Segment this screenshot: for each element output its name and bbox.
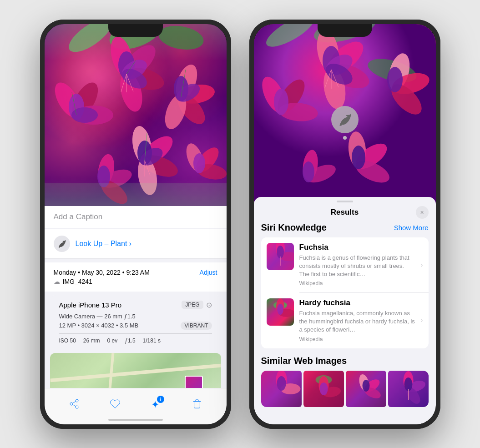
svg-point-92 — [362, 380, 369, 392]
svg-point-62 — [387, 67, 403, 92]
location-icon: ⊙ — [206, 301, 212, 309]
knowledge-card-inner: Fuchsia Fuchsia is a genus of flowering … — [267, 243, 423, 287]
vibrant-badge: VIBRANT — [181, 322, 212, 330]
knowledge-card-hardy[interactable]: Hardy fuchsia Fuchsia magellanica, commo… — [261, 293, 429, 348]
fuchsia-content: Fuchsia Fuchsia is a genus of flowering … — [299, 243, 415, 287]
results-header: Results × — [254, 208, 436, 222]
hardy-thumbnail — [267, 298, 294, 326]
svg-point-81 — [277, 304, 283, 315]
svg-point-66 — [274, 89, 288, 115]
cloud-icon: ☁ — [54, 278, 60, 285]
delete-button[interactable] — [187, 394, 207, 414]
notch — [108, 24, 163, 37]
exif-row: ISO 50 26 mm 0 ev ƒ1.5 1/181 s — [59, 333, 212, 344]
svg-rect-44 — [45, 183, 227, 206]
mp-text: 12 MP • 3024 × 4032 • 3.5 MB — [59, 322, 139, 329]
hardy-desc: Fuchsia magellanica, commonly known as t… — [299, 309, 415, 334]
hardy-thumb-img — [267, 298, 294, 326]
sim-img-4 — [388, 371, 429, 407]
lookup-icon — [54, 236, 70, 252]
sim-img-2 — [303, 371, 344, 407]
flower-svg — [45, 24, 227, 206]
shutter-speed: 1/181 s — [143, 337, 161, 344]
svg-point-1 — [157, 24, 205, 53]
lookup-section[interactable]: Look Up – Plant › — [45, 229, 227, 259]
flower-photo — [45, 24, 227, 206]
sim-img-1 — [261, 371, 302, 407]
knowledge-card-hardy-inner: Hardy fuchsia Fuchsia magellanica, commo… — [267, 298, 423, 342]
phone-2-screen: Results × Siri Knowledge Show More — [254, 24, 436, 424]
jpeg-badge: JPEG — [182, 301, 203, 309]
close-button[interactable]: × — [416, 206, 429, 219]
info-section: Monday • May 30, 2022 • 9:23 AM Adjust ☁… — [45, 262, 227, 292]
fuchsia-thumb-img — [267, 243, 294, 270]
leaf-siri-icon — [338, 112, 352, 127]
similar-images-grid — [261, 371, 429, 407]
photo-display[interactable] — [45, 24, 227, 206]
focal-length: 26 mm — [83, 337, 100, 344]
svg-point-88 — [319, 383, 328, 395]
siri-knowledge-header: Siri Knowledge Show More — [261, 222, 429, 233]
results-handle[interactable] — [337, 201, 353, 202]
svg-point-76 — [277, 246, 284, 258]
fuchsia-chevron: › — [421, 261, 423, 268]
camera-section: Apple iPhone 13 Pro JPEG ⊙ Wide Camera —… — [50, 295, 221, 349]
fuchsia-source: Wikipedia — [299, 280, 415, 287]
similar-section: Similar Web Images — [254, 356, 436, 407]
show-more-button[interactable]: Show More — [394, 224, 429, 232]
info-button[interactable]: ✦ i — [146, 394, 166, 414]
trash-icon — [192, 398, 202, 409]
mp-row: 12 MP • 3024 × 4032 • 3.5 MB VIBRANT — [59, 322, 212, 330]
fuchsia-desc: Fuchsia is a genus of flowering plants t… — [299, 254, 415, 279]
home-indicator — [108, 419, 163, 421]
similar-img-3[interactable] — [346, 371, 386, 407]
siri-visual-intelligence-button[interactable] — [331, 106, 359, 133]
caption-area[interactable]: Add a Caption — [45, 206, 227, 228]
results-title: Results — [331, 208, 359, 217]
favorite-button[interactable] — [105, 394, 125, 414]
similar-title: Similar Web Images — [261, 356, 429, 366]
siri-knowledge-section: Siri Knowledge Show More — [254, 222, 436, 348]
svg-point-73 — [303, 161, 314, 182]
svg-point-84 — [277, 376, 286, 391]
camera-badges: JPEG ⊙ — [182, 301, 212, 309]
caption-placeholder: Add a Caption — [54, 212, 103, 221]
phone-1-screen: Add a Caption Look Up – Plant › — [45, 24, 227, 424]
aperture-value: ƒ1.5 — [125, 337, 135, 344]
filename-row: ☁ IMG_4241 — [54, 278, 217, 285]
knowledge-cards-group: Fuchsia Fuchsia is a genus of flowering … — [261, 237, 429, 348]
info-badge: i — [157, 396, 164, 403]
date-row: Monday • May 30, 2022 • 9:23 AM Adjust — [54, 269, 217, 276]
fuchsia-title: Fuchsia — [299, 243, 415, 252]
iso-value: ISO 50 — [59, 337, 76, 344]
hardy-chevron: › — [421, 317, 423, 324]
sim-img-3 — [346, 371, 386, 407]
hardy-title: Hardy fuchsia — [299, 298, 415, 307]
camera-detail: Wide Camera — 26 mm ƒ1.5 — [59, 313, 212, 320]
siri-dot — [343, 136, 347, 140]
hardy-content: Hardy fuchsia Fuchsia magellanica, commo… — [299, 298, 415, 342]
fuchsia-thumbnail — [267, 243, 294, 270]
date-text: Monday • May 30, 2022 • 9:23 AM — [54, 269, 150, 276]
content-scroll[interactable]: Add a Caption Look Up – Plant › — [45, 206, 227, 397]
phones-container: Add a Caption Look Up – Plant › — [40, 20, 440, 429]
heart-icon — [110, 398, 121, 409]
filename-text: IMG_4241 — [63, 278, 92, 285]
similar-img-4[interactable] — [388, 371, 429, 407]
share-icon — [69, 398, 80, 409]
svg-point-39 — [193, 153, 205, 173]
svg-point-70 — [352, 146, 365, 169]
similar-img-2[interactable] — [303, 371, 344, 407]
svg-point-48 — [262, 24, 318, 52]
siri-knowledge-title: Siri Knowledge — [261, 222, 327, 233]
phone-1: Add a Caption Look Up – Plant › — [40, 20, 231, 429]
phone-2: Results × Siri Knowledge Show More — [249, 20, 440, 429]
similar-img-1[interactable] — [261, 371, 302, 407]
leaf-icon — [57, 239, 66, 248]
camera-header: Apple iPhone 13 Pro JPEG ⊙ — [59, 301, 212, 309]
adjust-button[interactable]: Adjust — [200, 269, 217, 276]
knowledge-card-fuchsia[interactable]: Fuchsia Fuchsia is a genus of flowering … — [261, 237, 429, 292]
share-button[interactable] — [64, 394, 84, 414]
lookup-text: Look Up – Plant › — [76, 240, 132, 248]
results-panel: Results × Siri Knowledge Show More — [254, 197, 436, 424]
